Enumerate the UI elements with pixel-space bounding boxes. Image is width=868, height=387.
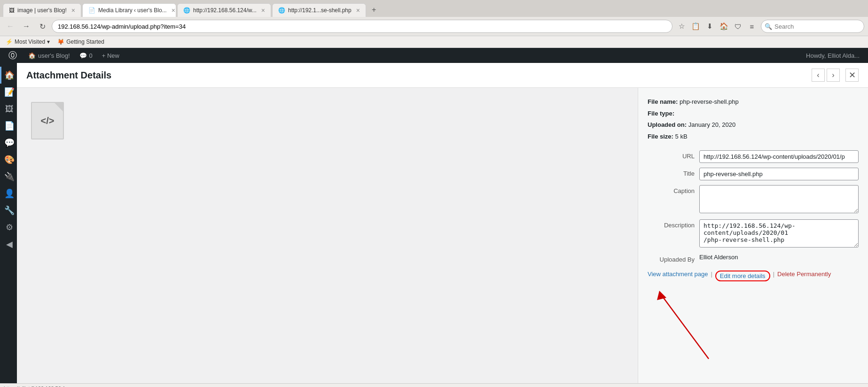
bookmark-label-1: Most Visited bbox=[15, 39, 45, 45]
attachment-details-panel: File name: php-reverse-shell.php File ty… bbox=[638, 88, 868, 383]
sidebar-item-comments[interactable]: 💬 bbox=[0, 134, 17, 151]
file-size-label: File size: bbox=[648, 133, 673, 140]
bookmark-list-button[interactable]: 📋 bbox=[689, 20, 702, 32]
overflow-button[interactable]: ≡ bbox=[746, 20, 758, 32]
title-label: Title bbox=[648, 168, 695, 177]
file-type-label: File type: bbox=[648, 110, 674, 117]
tab-close-4[interactable]: × bbox=[356, 7, 360, 14]
bookmarks-bar: ⚡ Most Visited ▾ 🦊 Getting Started bbox=[0, 36, 868, 48]
shield-button[interactable]: 🛡 bbox=[732, 20, 744, 32]
uploaded-by-label: Uploaded By bbox=[648, 254, 695, 263]
view-attachment-link[interactable]: View attachment page bbox=[648, 271, 708, 281]
bookmark-getting-started[interactable]: 🦊 Getting Started bbox=[55, 38, 106, 46]
sidebar-item-settings[interactable]: ⚙ bbox=[0, 219, 17, 236]
tab-label-3: http://192.168.56.124/w... bbox=[193, 7, 257, 14]
browser-tab-1[interactable]: 🖼 image | user's Blog! × bbox=[3, 3, 81, 17]
search-input[interactable] bbox=[761, 20, 864, 33]
wp-new[interactable]: + New bbox=[97, 48, 124, 63]
bookmark-most-visited[interactable]: ⚡ Most Visited ▾ bbox=[4, 38, 52, 46]
url-input[interactable] bbox=[699, 150, 859, 163]
browser-tab-4[interactable]: 🌐 http://192.1...se-shell.php × bbox=[272, 3, 366, 17]
forward-button[interactable]: → bbox=[20, 20, 33, 33]
wp-logo-item[interactable]: ⓪ bbox=[4, 48, 23, 63]
file-name-value: php-reverse-shell.php bbox=[680, 98, 739, 105]
browser-tab-2[interactable]: 📄 Media Library ‹ user's Blo... × bbox=[82, 3, 176, 17]
sidebar-item-pages[interactable]: 📄 bbox=[0, 117, 17, 134]
back-button[interactable]: ← bbox=[4, 20, 17, 33]
svg-line-0 bbox=[662, 295, 709, 359]
separator-1: | bbox=[711, 271, 712, 281]
bookmark-star-button[interactable]: ☆ bbox=[675, 20, 688, 32]
reload-button[interactable]: ↻ bbox=[36, 20, 49, 33]
browser-chrome: 🖼 image | user's Blog! × 📄 Media Library… bbox=[0, 0, 868, 48]
description-value-container: http://192.168.56.124/wp-content/uploads… bbox=[699, 219, 859, 249]
file-icon: </> bbox=[31, 102, 69, 144]
url-label: URL bbox=[648, 150, 695, 160]
url-field-row: URL bbox=[648, 150, 859, 163]
file-icon-body: </> bbox=[31, 102, 64, 139]
download-button[interactable]: ⬇ bbox=[704, 20, 716, 32]
attachment-header: Attachment Details ‹ › ✕ bbox=[17, 63, 868, 88]
bookmark-icon-1: ⚡ bbox=[6, 39, 13, 45]
browser-tabs: 🖼 image | user's Blog! × 📄 Media Library… bbox=[0, 0, 868, 17]
file-uploaded-value: January 20, 2020 bbox=[688, 121, 735, 128]
sidebar-item-appearance[interactable]: 🎨 bbox=[0, 151, 17, 168]
title-value-container bbox=[699, 168, 859, 180]
wp-new-label: + New bbox=[102, 52, 119, 59]
annotation-arrow-svg bbox=[638, 286, 727, 361]
browser-actions: ☆ 📋 ⬇ 🏠 🛡 ≡ bbox=[675, 20, 758, 32]
description-label: Description bbox=[648, 219, 695, 229]
wp-howdy: Howdy, Elliot Alda... bbox=[801, 52, 864, 59]
caption-textarea[interactable] bbox=[699, 185, 859, 213]
wp-site-label: user's Blog! bbox=[38, 52, 70, 59]
file-type-row: File type: bbox=[648, 109, 859, 118]
wp-site-name[interactable]: 🏠 user's Blog! bbox=[23, 48, 75, 63]
attachment-navigation: ‹ › ✕ bbox=[812, 69, 859, 82]
uploaded-by-row: Uploaded By Elliot Alderson bbox=[648, 254, 859, 263]
sidebar-item-plugins[interactable]: 🔌 bbox=[0, 168, 17, 185]
tab-close-2[interactable]: × bbox=[172, 7, 175, 14]
wp-layout: 🏠 📝 🖼 📄 💬 🎨 🔌 👤 🔧 ⚙ ◀ Attachment Details… bbox=[0, 63, 868, 383]
search-wrapper: 🔍 bbox=[761, 20, 864, 33]
wp-comments[interactable]: 💬 0 bbox=[75, 48, 97, 63]
next-attachment-button[interactable]: › bbox=[827, 69, 840, 82]
attachment-preview: </> bbox=[17, 88, 638, 383]
separator-2: | bbox=[773, 271, 774, 281]
sidebar-item-collapse[interactable]: ◀ bbox=[0, 236, 17, 253]
tab-label-2: Media Library ‹ user's Blo... bbox=[98, 7, 167, 14]
caption-field-row: Caption bbox=[648, 185, 859, 215]
sidebar-item-media[interactable]: 🖼 bbox=[0, 101, 17, 117]
sidebar-item-tools[interactable]: 🔧 bbox=[0, 202, 17, 219]
wp-comment-count: 0 bbox=[89, 52, 93, 59]
file-uploaded-row: Uploaded on: January 20, 2020 bbox=[648, 120, 859, 130]
tab-close-1[interactable]: × bbox=[71, 7, 75, 14]
caption-value-container bbox=[699, 185, 859, 215]
sidebar-item-users[interactable]: 👤 bbox=[0, 185, 17, 202]
wp-comment-icon: 💬 bbox=[79, 52, 87, 59]
file-name-row: File name: php-reverse-shell.php bbox=[648, 97, 859, 107]
sidebar-item-dashboard[interactable]: 🏠 bbox=[0, 67, 17, 84]
close-attachment-button[interactable]: ✕ bbox=[845, 69, 859, 82]
file-icon-corner bbox=[55, 103, 63, 111]
attachment-fields: URL Title bbox=[648, 150, 859, 263]
edit-more-details-link[interactable]: Edit more details bbox=[715, 271, 770, 281]
wp-sidebar: 🏠 📝 🖼 📄 💬 🎨 🔌 👤 🔧 ⚙ ◀ bbox=[0, 63, 17, 383]
url-value-container bbox=[699, 150, 859, 163]
title-input[interactable] bbox=[699, 168, 859, 180]
new-tab-button[interactable]: + bbox=[367, 3, 381, 17]
delete-permanently-link[interactable]: Delete Permanently bbox=[777, 271, 831, 281]
prev-attachment-button[interactable]: ‹ bbox=[812, 69, 825, 82]
title-field-row: Title bbox=[648, 168, 859, 180]
sidebar-item-posts[interactable]: 📝 bbox=[0, 84, 17, 101]
browser-toolbar: ← → ↻ ☆ 📋 ⬇ 🏠 🛡 ≡ 🔍 bbox=[0, 17, 868, 36]
tab-close-3[interactable]: × bbox=[261, 7, 265, 14]
attachment-actions: View attachment page | Edit more details… bbox=[648, 271, 859, 281]
home-button[interactable]: 🏠 bbox=[718, 20, 730, 32]
uploaded-by-value-container: Elliot Alderson bbox=[699, 254, 859, 261]
address-bar[interactable] bbox=[52, 20, 673, 33]
tab-favicon-1: 🖼 bbox=[9, 7, 15, 14]
browser-tab-3[interactable]: 🌐 http://192.168.56.124/w... × bbox=[177, 3, 271, 17]
file-size-value: 5 kB bbox=[675, 133, 688, 140]
bookmark-label-2: Getting Started bbox=[66, 39, 104, 45]
description-textarea[interactable]: http://192.168.56.124/wp-content/uploads… bbox=[699, 219, 859, 248]
